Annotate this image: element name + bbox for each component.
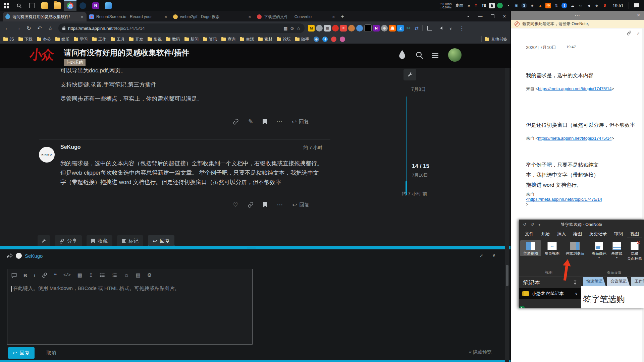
action-center-button[interactable]	[631, 3, 642, 8]
tray-icon-clock[interactable]: ◔	[505, 3, 511, 8]
note-content[interactable]: 2020年7月10日 19:47 我的需求是，选中的文本内容 来自 <https…	[526, 11, 637, 362]
tray-icon-video[interactable]: ▣	[513, 3, 519, 8]
collapse-chevrons-icon[interactable]: »	[446, 23, 456, 33]
tab-insert[interactable]: 插入	[554, 230, 569, 238]
extension-scissors[interactable]: ✂	[405, 25, 412, 32]
submit-reply-button[interactable]: ↩ 回复	[8, 347, 35, 359]
topic-admin-wrench-button[interactable]	[404, 69, 416, 80]
section-tab-quick-notes[interactable]: 快速笔记	[583, 277, 606, 286]
options-gear-button[interactable]: ⚙	[147, 272, 152, 278]
topic-title[interactable]: 请问有没有好用的灵感收集软件/插件	[64, 48, 189, 58]
more-actions-icon[interactable]: ⋯	[276, 118, 282, 125]
page-color-button[interactable]: 页面颜色 ▾	[590, 240, 608, 259]
hyperlink-button[interactable]	[42, 273, 47, 278]
bookmark-folder[interactable]: 下载	[18, 37, 33, 42]
bookmark-folder[interactable]: 开发	[129, 37, 143, 42]
table-button[interactable]: ▦	[77, 272, 82, 278]
extension-keyboard[interactable]: ▦	[324, 25, 331, 32]
tab-search-chevron-icon[interactable]	[462, 11, 474, 21]
blockquote-button[interactable]: ❝	[54, 272, 57, 278]
hide-preview-link[interactable]: « 隐藏预览	[469, 349, 492, 355]
bookmark-topic-button[interactable]: 收藏	[87, 235, 112, 247]
extension-onenote-clipper[interactable]: N	[373, 25, 380, 32]
search-button[interactable]	[13, 0, 25, 11]
tray-icon-usb[interactable]: ⇅	[553, 3, 559, 8]
more-actions-icon[interactable]: ⋯	[277, 201, 283, 208]
bookmark-folder[interactable]: 学习	[74, 37, 88, 42]
tray-icon-cloud[interactable]: ☁	[570, 3, 575, 8]
hide-page-title-button[interactable]: 隐藏 页面标题	[626, 240, 644, 261]
tray-icon-box[interactable]: ◈	[529, 3, 535, 8]
reply-button[interactable]: ↩回复	[292, 118, 309, 125]
bookmark-folder[interactable]: 素材	[258, 37, 272, 42]
chat-bubble-icon[interactable]	[11, 273, 17, 278]
undo-extension-button[interactable]: ↶	[35, 23, 44, 33]
category-badge[interactable]: 问题求助	[64, 59, 86, 66]
omnibox[interactable]: https://meta.appinn.net/t/topic/17475/14…	[58, 23, 305, 33]
tab-home[interactable]: 开始	[538, 230, 553, 238]
topic-wrench-button[interactable]	[38, 235, 50, 247]
tab-close-icon[interactable]: ×	[164, 14, 168, 19]
qr-code-icon[interactable]: ▦	[283, 26, 287, 31]
tray-icon-bluetooth[interactable]: ᛒ	[561, 3, 567, 8]
forward-button[interactable]: →	[13, 23, 23, 33]
taskbar-app-honeyview[interactable]	[38, 0, 51, 11]
bookmark-folder[interactable]: 论坛	[277, 37, 291, 42]
back-button[interactable]: ←	[3, 23, 12, 33]
normal-view-button[interactable]: 普通视图	[520, 240, 541, 256]
extension-hui[interactable]: 惠	[389, 25, 396, 32]
hamburger-menu-icon[interactable]	[432, 52, 438, 59]
extension-blue-sphere[interactable]	[356, 25, 363, 32]
extension-profile[interactable]	[316, 25, 323, 32]
onenote-titlebar[interactable]: ↺ ↺ ▾ 签字笔选购 - OneNote	[519, 220, 644, 230]
section-tab-work-notes[interactable]: 工作笔记	[631, 277, 644, 286]
composer-editor[interactable]: B I ❝ </> ▦ ↥ 12 ☺ ▤ ⚙ 在此键入。使用 Markdown，…	[7, 269, 253, 345]
taskbar-app-onenote[interactable]: N	[89, 0, 102, 11]
desktop-toolbar-label[interactable]: 桌面	[454, 3, 465, 8]
full-page-view-button[interactable]: ← 整页视图	[542, 240, 562, 256]
reply-button[interactable]: ↩回复	[292, 201, 309, 208]
crop-tool-icon[interactable]	[425, 23, 434, 33]
bookmark-this-star-icon[interactable]: ☆	[297, 26, 301, 31]
tray-icon-volume[interactable]: ◀	[586, 3, 591, 8]
panel-close-icon[interactable]: ×	[637, 12, 641, 18]
bookmark-red-icon[interactable]	[331, 37, 336, 42]
bookmark-folder[interactable]: 随手	[295, 37, 309, 42]
bullet-list-button[interactable]	[100, 273, 105, 278]
tray-icon-green[interactable]	[497, 3, 503, 8]
extension-black-square[interactable]	[364, 24, 372, 32]
tray-icon-steam[interactable]: S	[521, 3, 527, 8]
bookmark-pink-icon[interactable]	[340, 37, 345, 42]
bookmark-star-button[interactable]: ☆	[46, 23, 55, 33]
note-text[interactable]: 举个例子吧，只要不是粘贴纯文 本，我把选中文字（带超链接） 拖拽进 word 文…	[526, 160, 599, 190]
tab-draw[interactable]: 绘图	[570, 230, 585, 238]
clock[interactable]: 19:51	[610, 3, 626, 8]
taskbar-app-steam[interactable]	[76, 0, 89, 11]
taskbar-app-explorer[interactable]	[51, 0, 64, 11]
expand-composer-icon[interactable]: ↔	[477, 251, 485, 259]
tab-view[interactable]: 视图	[627, 230, 642, 238]
bookmark-folder[interactable]: 工具	[111, 37, 125, 42]
emoji-button[interactable]: ☺	[124, 273, 129, 278]
tray-icon-epic[interactable]: E	[489, 3, 495, 8]
timeline-start-date[interactable]: 7月8日	[411, 86, 426, 93]
note-source-link[interactable]: <https://meta.appinn.net/t/topic/17475/1…	[526, 197, 602, 202]
flag-topic-button[interactable]: 标记	[117, 235, 143, 247]
bookmark-folder[interactable]: 查询	[221, 37, 235, 42]
panel-scrollbar[interactable]	[642, 28, 644, 362]
other-bookmarks[interactable]: 其他书签	[480, 36, 507, 42]
tab-forum[interactable]: 请问有没有好用的灵感收集软件/ ×	[3, 12, 87, 21]
section-tab-meeting-notes[interactable]: 会议笔记	[607, 277, 630, 286]
note-source-link[interactable]: https://meta.appinn.net/t/topic/17475/14	[538, 136, 612, 141]
tray-icon-tb[interactable]: TB	[481, 3, 487, 8]
restore-button[interactable]	[486, 11, 498, 21]
extension-red-dot[interactable]	[332, 25, 339, 32]
tray-icon-flame[interactable]: ▲	[537, 3, 543, 8]
rule-lines-button[interactable]: 基准线 ▾	[609, 240, 625, 259]
extension-loop[interactable]: ⇄	[413, 25, 420, 32]
tray-expand-chevron[interactable]: »	[467, 3, 471, 8]
pin-icon[interactable]	[573, 281, 577, 285]
taskbar-app-photos[interactable]	[102, 0, 115, 11]
cancel-button[interactable]: 取消	[46, 350, 56, 356]
note-source-link[interactable]: https://meta.appinn.net/t/topic/17475/14	[538, 86, 612, 91]
